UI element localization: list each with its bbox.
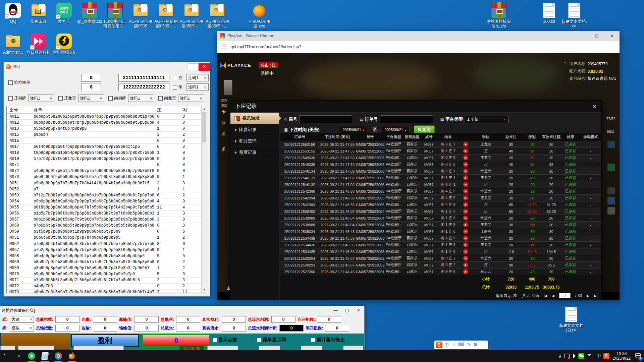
sogou-tool-icon[interactable]: ☽ [451,342,455,348]
date-to-select[interactable]: 2025/09/21 [382,126,410,133]
monitor-road-checkbox[interactable] [8,80,13,85]
scroll-down-icon[interactable]: ▼ [202,287,207,293]
tune-icon[interactable] [222,45,227,49]
bet-record-row[interactable]: 2509212125531552025-09-21 21:47:55GM0572… [280,148,601,155]
desktop-icon-8[interactable]: ⚙AG-亚星信用版0505 - ... [178,3,205,28]
desktop-icon-11[interactable]: 掌舵者挂机安装包.zip [486,3,512,28]
road-table-row[interactable]: M071b7p9b8b5b5t3p6b8p7t5b6p8p9b9t6t7b7p7… [7,278,201,284]
player-checkbox[interactable] [173,85,177,89]
sogou-logo[interactable]: S [436,342,442,348]
road-table-row[interactable]: M072b4p8p7b802 [7,284,201,290]
road-table-row[interactable]: D057b9b1b6b9b2p6t5b9p7t9t9t6b7b7p6b8p3p5… [7,217,201,223]
replay-icon[interactable]: ▶ [463,202,468,207]
sidebar-item-4[interactable]: ♦额度记录 [230,147,279,158]
desktop-icon-6[interactable]: ⚙AG-亚星信用版0505 [127,3,154,28]
bet-record-row[interactable]: 2509212125531562025-09-21 21:47:55GM0572… [280,141,601,148]
desktop-icon-10[interactable]: 亚星AG专用版.exe [246,3,272,28]
player-count-input[interactable]: 8 [82,83,101,91]
first-page-button[interactable]: |◀ [544,294,547,298]
sogou-tool-icon[interactable]: ⚙ [473,342,477,348]
panel-mode-select[interactable]: 模拟 [10,325,34,331]
replay-icon[interactable]: ▶ [463,262,468,267]
replay-icon[interactable]: ▶ [463,148,468,154]
search-icon[interactable]: ⌕ [13,353,25,359]
banker-checkbox[interactable] [173,76,177,80]
desktop-icon-1[interactable]: ↗QQ [0,3,26,24]
pair-bet-select[interactable]: 注码1 [28,95,54,102]
platform-select[interactable]: 1.全部 [465,116,508,123]
road-table-row[interactable]: N01600 [7,138,201,144]
road-table-row[interactable]: N07100 [7,162,201,168]
desktop-icon-15[interactable]: ↗向日葵远程控 [25,34,52,55]
panel-close-button[interactable]: ✕ [353,306,364,314]
road-table-row[interactable]: D053b7t2p7b8b7p9p8b3p8b8p8b6p1b7b8p9b4b5… [7,192,201,198]
road-table-row[interactable]: D059p3t5b9p7p8p9p9p9t1b9p9p8b8b6b6t7p5b9… [7,229,201,235]
desktop-icon-17[interactable]: 新建文本文档(2).txt [558,307,584,333]
taskbar-chrome[interactable] [52,350,65,362]
desktop-icon-16[interactable]: ↗雷电模拟器9 [51,34,77,55]
sidebar-item-3[interactable]: ♦积分查询 [230,135,279,147]
road-table-row[interactable]: N013b5p6b9p6p7b4t6p7p8b9p810 [7,126,201,132]
scrollbar-thumb[interactable] [202,112,206,142]
lobby-menu-fragment[interactable]: 卡 [222,109,226,115]
stats-minimize-button[interactable]: — [176,63,187,71]
road-table-row[interactable]: M073p8b6p7p8t6p9b7p7b8p8t6b8p2p9b6p5b6p7… [7,290,201,293]
stats-maximize-button[interactable] [187,63,199,70]
replay-icon[interactable]: ▶ [463,175,468,180]
panel-maximize-button[interactable]: ▢ [341,306,353,314]
query-button[interactable]: 查询 [414,125,435,134]
replay-icon[interactable]: ▶ [463,236,468,241]
taskbar-clock[interactable]: 10:38 2025/9/22 [613,351,631,361]
road-table-row[interactable]: M069p3b6b5p8p6p9b7p8b9p9p7b8p9p9p9b7p4t8… [7,265,201,271]
lobby-menu-fragment[interactable]: 欧 [222,120,226,126]
last-page-button[interactable]: ▶| [594,294,597,298]
banker-count-input[interactable]: 8 [82,74,101,82]
road-table-row[interactable]: N012b8p8p8b7b6b5p9p9t7b4p3p8b6b4p9b7t9p8… [7,120,201,126]
road-table-scrollbar[interactable]: ▲ ▼ [201,106,207,293]
road-table-row[interactable]: N072p4p9p6p9t7p8p1p7b9b9b7p7p7p9b9b9b9p8… [7,168,201,174]
side-tool-icon[interactable] [607,197,615,204]
desktop-icon-14[interactable]: ☻Administr... [0,34,26,55]
road-table-row[interactable]: N019b7p7b3p7b3t6b9t7p7b7p9p8b8b8t6p9b8b4… [7,156,201,162]
side-tool-icon[interactable] [607,164,615,171]
road-table-row[interactable]: M058b9b4p9p6p6b5b7p6p9p9t4p7p8b8p9b7b6p8… [7,253,201,259]
profit-button[interactable]: 盈利 [71,334,139,347]
road-table-row[interactable]: M052p7p6p8b4b1b9b9p8p9t3b7b7p9b7b9b7b9p7… [7,241,201,247]
bet-record-row[interactable]: 2509212125423932025-09-21 21:46:36GM0572… [280,201,601,208]
bet-record-row[interactable]: 2509212125493352025-09-21 21:47:30GM0572… [280,161,601,168]
panel-checkbox-2[interactable]: 路单显示和 [257,337,286,343]
prev-page-button[interactable]: ◀ [552,294,554,298]
replay-icon[interactable]: ▶ [463,169,468,174]
pair-checkbox[interactable] [8,96,13,101]
desktop-icon-12[interactable]: 100.txt [536,3,562,24]
road-table-row[interactable]: N015p9b6b432 [7,132,201,138]
bet-record-row[interactable]: 2509212125461332025-09-21 21:47:02GM0572… [280,175,601,181]
pair-checkbox[interactable] [108,96,113,101]
stats-close-button[interactable]: ✕ [199,63,210,71]
bet-record-row[interactable]: 2509212125344362025-09-21 21:45:36GM0572… [280,242,601,248]
panel-checkbox-1[interactable]: 显示点数 [213,337,237,343]
bet-record-row[interactable]: 2509212125461322025-09-21 21:47:02GM0572… [280,181,601,188]
road-table-row[interactable]: N017p6t4b9b8p9b8t7p6p8p9b8b8b7b9p7b9p9p9… [7,144,201,150]
chrome-url-bar[interactable]: gci.myf7f3bx.com/pc/pcv2/index.jsp? [217,41,620,53]
road-table-row[interactable]: M057p7b2p8p6p7b2b4b6p9p7b7p3b8b7p9p9p9b8… [7,247,201,253]
chrome-close-button[interactable]: ✕ [604,31,620,41]
bet-record-row[interactable]: 2509212125380892025-09-21 21:46:04GM0572… [280,215,601,222]
panel-titlebar[interactable]: 赌博违规后果自负] — ▢ ✕ [0,306,364,315]
bet-record-row[interactable]: 2509212125302942025-09-21 21:45:07GM0572… [280,255,601,262]
desktop-icon-3[interactable]: iQIYI爱奇艺↗爱奇艺 [51,3,77,24]
replay-icon[interactable]: ▶ [463,216,468,221]
pair-checkbox[interactable] [58,96,63,101]
pair-checkbox[interactable] [158,96,163,101]
chrome-titlebar[interactable]: PlayAce - Google Chrome — ▢ ✕ [217,31,620,41]
sogou-tool-icon[interactable]: 中 [444,342,449,348]
player-code-input[interactable]: 122222222222222 [118,83,169,91]
tray-expand-icon[interactable]: ∧ [558,354,562,359]
replay-icon[interactable]: ▶ [463,182,468,187]
round-input[interactable] [299,115,352,123]
bet-record-row[interactable]: 2509212125344382025-09-21 21:45:36GM0572… [280,235,601,242]
bet-record-row[interactable]: 2509212125380882025-09-21 21:46:04GM0572… [280,222,601,228]
order-input[interactable] [380,115,433,123]
wechat-icon[interactable] [578,353,584,359]
road-table-row[interactable]: D054p9b9p9p9b6b9p8b6p7p9p9p7p9p9b7p6b8b8… [7,198,201,204]
